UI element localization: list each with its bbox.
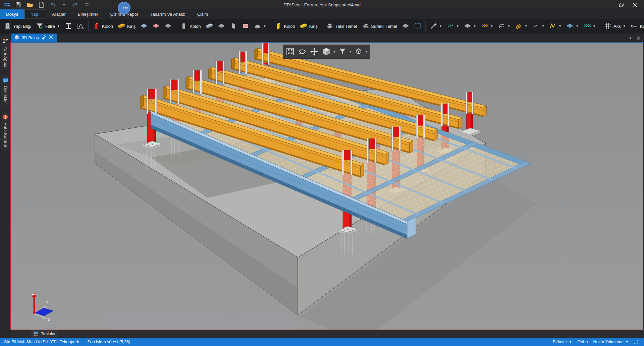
pick-tool-icon — [430, 22, 437, 30]
wall-button[interactable] — [227, 20, 239, 33]
pick-tool-button[interactable]: ▼ — [427, 20, 444, 33]
plate-gray-icon — [164, 22, 172, 30]
menu-item-birle-imler[interactable]: Birleşimler — [72, 9, 104, 19]
ribbon-group: Yapı BilgiFiltre▼ — [1, 19, 87, 34]
dome-button[interactable]: ▼ — [252, 20, 269, 33]
chevron-down-icon: ▼ — [593, 25, 596, 28]
test-badge: Test — [118, 2, 130, 14]
status-license-text: Sta Bil.Muh.Mus.Ltd.Sti.-YTU Teknopark — [0, 338, 83, 346]
title-bar: STASteel -Ferrero Yuk Sehpa.steel4cad — [0, 0, 644, 9]
menu-item-dosya[interactable]: Dosya — [0, 9, 24, 19]
status-toggle-label: Nokta Yakalama — [593, 340, 624, 344]
close-button[interactable] — [628, 0, 641, 9]
steel-column-button[interactable]: Kolon — [90, 20, 115, 33]
menu-item--izim[interactable]: Çizim — [191, 9, 214, 19]
3d-scene[interactable] — [11, 43, 643, 330]
tab-list-caret[interactable]: ▼ — [629, 37, 632, 40]
filter-button[interactable]: Filtre▼ — [34, 20, 62, 33]
3d-viewport[interactable]: ▼▼▼ ZYX — [10, 43, 643, 330]
ribbon-separator — [176, 21, 176, 32]
pin-icon[interactable] — [41, 35, 46, 41]
ribbon-group: Kolon▼ — [178, 19, 268, 34]
view-cube-button[interactable] — [320, 46, 332, 58]
plate-pink-button[interactable] — [150, 20, 162, 33]
hatch-plate-button[interactable]: ▼ — [462, 20, 479, 33]
deck-button[interactable]: ▼ — [564, 20, 581, 33]
single-footing-button[interactable]: Tekil Temel — [324, 20, 359, 33]
mesh-teal-button[interactable]: ▼ — [581, 20, 598, 33]
display-filter-button-caret[interactable]: ▼ — [348, 50, 353, 53]
sidebar-tab-error-check[interactable]: Hata Kontrol — [1, 112, 10, 150]
timber-column-button[interactable]: Kolon — [272, 20, 297, 33]
isometric-view-button[interactable] — [353, 46, 365, 58]
raft-slab-button[interactable] — [399, 20, 412, 33]
analysis-curve-button[interactable] — [74, 20, 87, 33]
undo-history-caret[interactable] — [59, 1, 69, 9]
new-file-button[interactable] — [36, 1, 46, 9]
ribbon-separator — [425, 21, 426, 32]
tab-3d-view[interactable]: 3D Bakış — [11, 34, 57, 42]
toolbar-customize-caret[interactable] — [82, 1, 92, 9]
selection-region-button[interactable] — [412, 20, 424, 33]
concrete-column-button[interactable]: Kolon — [178, 20, 203, 33]
slab-button[interactable] — [215, 20, 227, 33]
strip-footing-button[interactable]: Sürekli Temel — [359, 20, 399, 33]
chevron-down-icon: ▼ — [439, 25, 442, 28]
units-toggle[interactable]: Birimler▼ — [553, 340, 572, 344]
steel-beam-button[interactable]: Kiriş — [115, 20, 138, 33]
axis-grid-button[interactable]: Aks▼ — [602, 20, 628, 33]
orbit-button[interactable] — [296, 46, 308, 58]
menu-item-label: Dosya — [6, 12, 18, 17]
redo-button[interactable] — [70, 1, 80, 9]
dimension-button[interactable]: ▼ — [530, 20, 547, 33]
display-filter-button[interactable] — [336, 46, 348, 58]
timber-beam-button[interactable]: Kiriş — [298, 20, 320, 33]
status-ellipsis: .. — [545, 340, 547, 344]
plate-blue-button[interactable] — [138, 20, 150, 33]
resize-grip[interactable] — [634, 340, 638, 344]
masonry-wall-button[interactable] — [239, 20, 252, 33]
menu-item--izim-rapor[interactable]: Çizim & RaporTest — [104, 9, 145, 19]
properties-icon — [3, 77, 8, 84]
snap-toggle[interactable]: Nokta Yakalama▼ — [593, 340, 629, 344]
undo-button[interactable] — [48, 1, 58, 9]
single-footing-icon — [326, 22, 333, 30]
menu-item-yap-[interactable]: Yapı — [24, 9, 46, 19]
minimize-button[interactable] — [601, 0, 614, 9]
mesh-orange-button[interactable]: ▼ — [479, 20, 496, 33]
open-button[interactable] — [25, 1, 35, 9]
mesh-orange-icon — [481, 22, 488, 30]
mesh-teal-icon — [583, 22, 591, 30]
concrete-beam-button[interactable] — [203, 20, 215, 33]
menu-item-ara-lar[interactable]: Araçlar — [46, 9, 72, 19]
tabstrip-close-icon[interactable] — [637, 36, 641, 40]
save-button[interactable] — [13, 1, 23, 9]
sidebar-tab-properties[interactable]: Özellikler — [1, 75, 10, 107]
ortho-toggle[interactable]: Ortho — [577, 340, 588, 344]
steel-section-button[interactable] — [62, 20, 74, 33]
structure-info-button[interactable]: Yapı Bilgi — [1, 20, 34, 33]
view-cube-button-caret[interactable]: ▼ — [332, 50, 336, 53]
raft-slab-icon — [402, 22, 409, 30]
menu-item-tasar-m-ve-analiz[interactable]: Tasarım Ve Analiz — [144, 9, 191, 19]
stirrup-button[interactable]: ▼ — [547, 20, 564, 33]
tab-close-icon[interactable] — [49, 35, 54, 41]
window-controls — [601, 0, 644, 9]
isometric-view-button-caret[interactable]: ▼ — [365, 50, 369, 53]
window-title: STASteel -Ferrero Yuk Sehpa.steel4cad — [0, 2, 644, 7]
rebar-layout-button[interactable]: ▼ — [513, 20, 530, 33]
sidebar-tab-label: Yapı Ağacı — [3, 47, 8, 67]
storey-button[interactable]: Kat — [628, 20, 644, 33]
rebar-button[interactable]: ▼ — [496, 20, 513, 33]
app-logo — [2, 1, 12, 9]
point-tool-button[interactable]: ▼ — [444, 20, 462, 33]
pan-button[interactable] — [308, 46, 320, 58]
tab-tables[interactable]: Tablolar — [31, 330, 58, 338]
zoom-extents-button[interactable] — [284, 46, 296, 58]
steel-beam-icon — [118, 22, 125, 30]
restore-button[interactable] — [614, 0, 628, 9]
plate-gray-button[interactable] — [162, 20, 174, 33]
menu-item-label: Tasarım Ve Analiz — [150, 12, 185, 17]
sidebar-tab-structure-tree[interactable]: Yapı Ağacı — [1, 36, 10, 70]
document-tab-strip: 3D Bakış ▼ — [10, 34, 644, 43]
